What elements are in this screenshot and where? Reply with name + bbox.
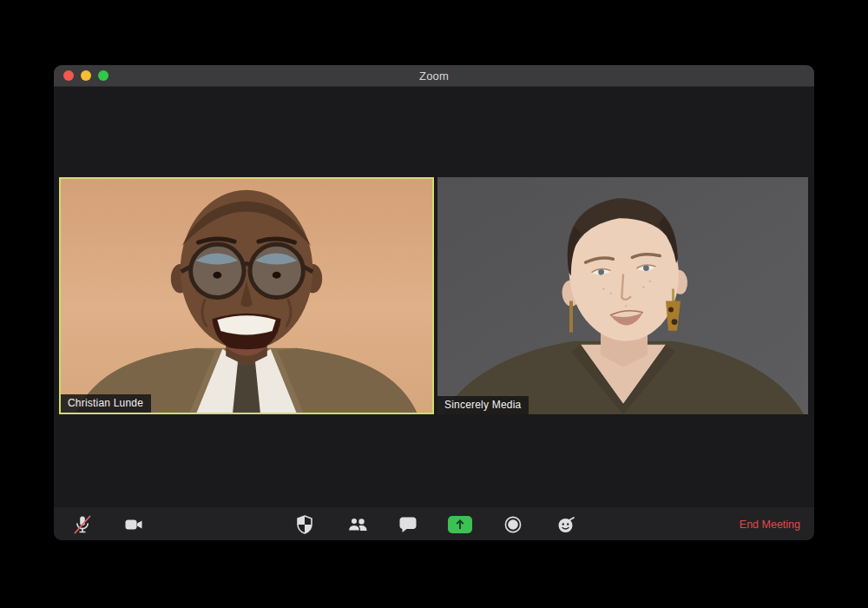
mute-button[interactable] xyxy=(69,512,95,538)
window-title: Zoom xyxy=(54,69,814,83)
video-tile-christian-lunde[interactable]: Christian Lunde xyxy=(59,177,434,414)
share-screen-button[interactable] xyxy=(447,512,473,538)
video-tile-sincerely-media[interactable]: Sincerely Media xyxy=(437,177,808,414)
reactions-button[interactable] xyxy=(553,512,579,538)
record-button[interactable] xyxy=(500,512,526,538)
video-camera-icon xyxy=(123,514,144,535)
zoom-app-window: Zoom xyxy=(54,65,814,540)
security-shield-icon xyxy=(294,514,315,535)
close-icon[interactable] xyxy=(63,70,74,81)
chat-button[interactable] xyxy=(395,512,421,538)
participant-name-label: Sincerely Media xyxy=(437,396,529,414)
christian-lunde-video-feed xyxy=(61,179,432,413)
reactions-icon xyxy=(556,514,576,535)
sincerely-media-video-feed xyxy=(437,177,808,414)
window-titlebar[interactable]: Zoom xyxy=(54,65,814,87)
meeting-video-area: Christian Lunde xyxy=(54,87,814,506)
participants-icon xyxy=(346,514,369,535)
record-icon xyxy=(503,514,523,535)
end-meeting-button[interactable]: End Meeting xyxy=(740,507,800,540)
share-screen-pill xyxy=(448,516,472,533)
start-video-button[interactable] xyxy=(121,512,147,538)
participants-button[interactable] xyxy=(345,512,371,538)
participant-name-label: Christian Lunde xyxy=(61,394,151,413)
video-grid: Christian Lunde xyxy=(59,177,808,414)
security-button[interactable] xyxy=(292,512,318,538)
microphone-muted-icon xyxy=(72,514,93,535)
traffic-lights xyxy=(63,70,108,81)
share-screen-arrow-icon xyxy=(455,519,465,531)
meeting-controls-toolbar: End Meeting xyxy=(54,506,814,540)
fullscreen-icon[interactable] xyxy=(98,70,108,81)
chat-bubble-icon xyxy=(398,514,418,535)
minimize-icon[interactable] xyxy=(81,70,91,81)
